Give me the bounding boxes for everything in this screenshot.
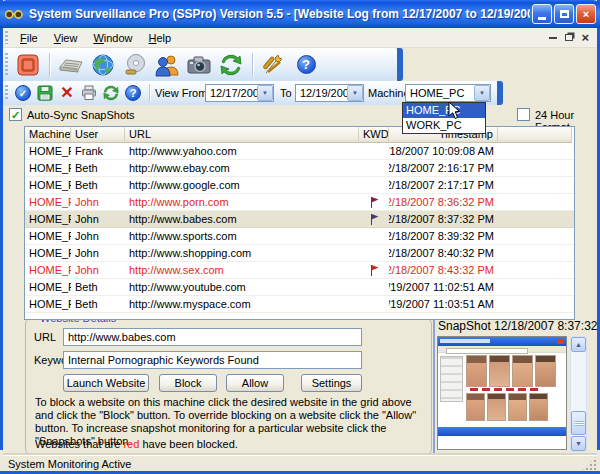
status-text: System Monitoring Active xyxy=(8,458,132,470)
blocked-note: Websites that are red have been blocked. xyxy=(35,438,238,450)
thumb-browser-titlebar xyxy=(438,337,566,346)
scrollbar-thumb[interactable] xyxy=(571,411,586,435)
table-row[interactable]: HOME_PCBethhttp://www.myspace.com12/19/2… xyxy=(25,296,574,313)
mdi-restore-icon[interactable] xyxy=(565,34,573,41)
red-word: red xyxy=(123,438,139,450)
column-header-machine[interactable]: Machine xyxy=(25,127,71,143)
thumb-browser-content xyxy=(438,353,566,427)
menu-window[interactable]: Window xyxy=(85,30,140,46)
cell-kwd-flag xyxy=(359,245,389,261)
websites-globe-icon[interactable] xyxy=(90,52,116,78)
cell-machine: HOME_PC xyxy=(25,143,71,159)
table-row[interactable]: HOME_PCBethhttp://www.google.com12/18/20… xyxy=(25,177,574,194)
maximize-button[interactable] xyxy=(554,4,574,24)
chevron-down-icon[interactable]: ▼ xyxy=(474,85,490,101)
snapshot-scrollbar[interactable]: ▲ ▼ xyxy=(570,336,587,452)
column-header-user[interactable]: User xyxy=(71,127,125,143)
cell-machine: HOME_PC xyxy=(25,262,71,278)
table-row[interactable]: HOME_PCBethhttp://www.youtube.com12/19/2… xyxy=(25,279,574,296)
media-disc-icon[interactable] xyxy=(122,52,148,78)
dropdown-option-home_pc[interactable]: HOME_PC xyxy=(403,103,485,118)
cell-kwd-flag xyxy=(359,177,389,193)
dropdown-option-work_pc[interactable]: WORK_PC xyxy=(403,118,485,133)
block-button[interactable]: Block xyxy=(159,374,217,392)
chevron-down-icon[interactable]: ▼ xyxy=(257,85,273,101)
auto-sync-label: Auto-Sync SnapShots xyxy=(27,109,135,121)
auto-sync-checkbox[interactable]: ✓ xyxy=(9,108,22,121)
menu-bar: FileViewWindowHelp × xyxy=(3,28,597,48)
cell-kwd-flag xyxy=(359,228,389,244)
allow-button[interactable]: Allow xyxy=(226,374,284,392)
toolbar-grip[interactable] xyxy=(5,85,8,102)
table-row[interactable]: HOME_PCBethhttp://www.ebay.com12/18/2007… xyxy=(25,160,574,177)
launch-website-button[interactable]: Launch Website xyxy=(63,374,149,392)
snapshot-thumbnail[interactable] xyxy=(437,336,567,450)
keystrokes-keyboard-icon[interactable] xyxy=(58,52,84,78)
mdi-minimize-icon[interactable] xyxy=(549,37,557,39)
mdi-window-controls: × xyxy=(549,33,597,43)
app-window: System Surveillance Pro (SSPro) Version … xyxy=(0,0,600,474)
table-row[interactable]: HOME_PCJohnhttp://www.babes.com12/18/200… xyxy=(25,211,574,228)
column-header-url[interactable]: URL xyxy=(125,127,359,143)
scroll-down-icon[interactable]: ▼ xyxy=(571,436,586,451)
toolbar-edge xyxy=(397,48,403,81)
to-date-picker[interactable]: 12/19/2007 ▼ xyxy=(295,84,364,102)
cell-url: http://www.shopping.com xyxy=(125,245,359,261)
print-icon[interactable] xyxy=(79,83,99,103)
cell-machine: HOME_PC xyxy=(25,245,71,261)
cell-kwd-flag xyxy=(359,194,389,210)
refresh-icon[interactable] xyxy=(101,83,121,103)
cell-timestamp: 12/18/2007 2:16:17 PM xyxy=(389,160,498,176)
panel-splitter[interactable] xyxy=(433,320,435,453)
delete-icon[interactable]: ✕ xyxy=(57,83,77,103)
save-icon[interactable] xyxy=(35,83,55,103)
cell-user: Beth xyxy=(71,160,125,176)
toolbar-grip[interactable] xyxy=(5,53,8,76)
cell-machine: HOME_PC xyxy=(25,279,71,295)
machine-label: Machine xyxy=(368,87,410,99)
minimize-button[interactable] xyxy=(532,4,552,24)
machine-combobox[interactable]: HOME_PC ▼ xyxy=(405,84,491,102)
mdi-close-icon[interactable]: × xyxy=(581,33,589,43)
title-bar: System Surveillance Pro (SSPro) Version … xyxy=(0,0,600,28)
scroll-up-icon[interactable]: ▲ xyxy=(571,337,586,352)
from-date-picker[interactable]: 12/17/2007 ▼ xyxy=(205,84,274,102)
cell-machine: HOME_PC xyxy=(25,194,71,210)
close-button[interactable]: × xyxy=(576,4,596,24)
help-icon[interactable]: ? xyxy=(123,83,143,103)
chevron-down-icon[interactable]: ▼ xyxy=(347,85,363,101)
table-row[interactable]: HOME_PCJohnhttp://www.shopping.com12/18/… xyxy=(25,245,574,262)
apply-check-icon[interactable]: ✓ xyxy=(13,83,33,103)
sync-arrows-icon[interactable] xyxy=(218,52,244,78)
cell-user: John xyxy=(71,245,125,261)
monitor-stop-icon[interactable] xyxy=(15,52,41,78)
settings-button[interactable]: Settings xyxy=(301,374,362,392)
table-row[interactable]: HOME_PCJohnhttp://www.porn.com12/18/2007… xyxy=(25,194,574,211)
url-field[interactable] xyxy=(63,328,362,346)
cell-kwd-flag xyxy=(359,296,389,312)
menu-help[interactable]: Help xyxy=(141,30,180,46)
table-row[interactable]: HOME_PCFrankhttp://www.yahoo.com12/18/20… xyxy=(25,143,574,160)
snapshot-camera-icon[interactable] xyxy=(186,52,212,78)
table-row[interactable]: HOME_PCJohnhttp://www.sports.com12/18/20… xyxy=(25,228,574,245)
cell-user: John xyxy=(71,228,125,244)
cell-timestamp: 12/19/2007 11:03:51 AM xyxy=(389,296,498,312)
column-header-filler[interactable] xyxy=(498,127,572,143)
resize-grip[interactable] xyxy=(583,457,596,470)
cell-kwd-flag xyxy=(359,262,389,278)
table-row[interactable]: HOME_PCJohnhttp://www.sex.com12/18/2007 … xyxy=(25,262,574,279)
cell-timestamp: 12/18/2007 8:37:32 PM xyxy=(389,211,498,227)
keywords-field[interactable] xyxy=(63,351,362,369)
help-icon[interactable]: ? xyxy=(293,52,319,78)
hour24-checkbox[interactable] xyxy=(517,108,530,121)
menu-view[interactable]: View xyxy=(46,30,86,46)
users-icon[interactable] xyxy=(154,52,180,78)
settings-tools-icon[interactable] xyxy=(261,52,287,78)
toolbar-grip[interactable] xyxy=(5,31,8,44)
status-bar: System Monitoring Active xyxy=(3,455,597,471)
menu-file[interactable]: File xyxy=(12,30,46,46)
toolbar-separator xyxy=(252,53,253,77)
options-row: ✓ Auto-Sync SnapShots 24 Hour Format xyxy=(3,105,597,126)
column-header-kwd[interactable]: KWD xyxy=(359,127,389,143)
toolbar-separator xyxy=(49,53,50,77)
